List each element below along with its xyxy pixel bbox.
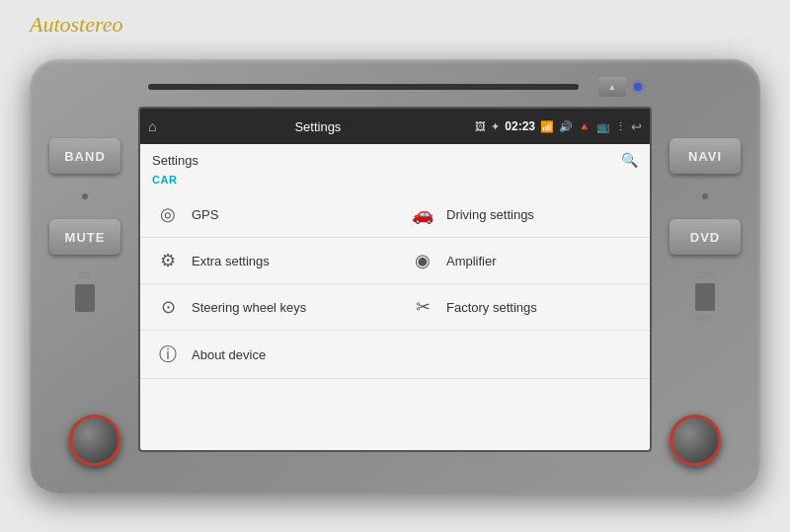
cd-slot-area: ▲	[148, 73, 642, 101]
search-icon[interactable]: 🔍	[621, 152, 638, 168]
clock: 02:23	[505, 119, 535, 133]
dvd-button[interactable]: DVD	[670, 219, 741, 255]
gps-area: GPS RST	[695, 270, 716, 324]
about-label: About device	[192, 347, 266, 362]
device-body: ▲ ⌂ Settings 🖼 ✦ 02:23 📶 🔊 🔺 📺 ⋮ ↩ Setti…	[30, 59, 760, 494]
amplifier-label: Amplifier	[446, 254, 497, 268]
home-icon[interactable]: ⌂	[148, 118, 156, 134]
bluetooth-icon: ✦	[491, 120, 500, 133]
factory-icon: ✂	[411, 296, 434, 318]
left-knob[interactable]	[69, 415, 120, 466]
more-icon[interactable]: ⋮	[615, 120, 626, 133]
about-icon: ⓘ	[156, 342, 180, 366]
settings-item-factory[interactable]: ✂ Factory settings	[395, 284, 650, 331]
driving-icon: 🚗	[411, 203, 434, 225]
battery-icon: 🔺	[578, 120, 592, 133]
mute-button[interactable]: MUTE	[49, 219, 120, 255]
right-knob[interactable]	[670, 415, 721, 466]
gps-area-label: GPS	[695, 270, 716, 280]
extra-settings-label: Extra settings	[192, 254, 270, 268]
navi-button[interactable]: NAVI	[670, 138, 741, 174]
band-button[interactable]: BAND	[49, 138, 120, 174]
gps-slot[interactable]	[695, 283, 715, 311]
volume-icon: 🔊	[559, 120, 573, 133]
settings-header: Settings 🔍	[140, 144, 650, 172]
image-icon: 🖼	[475, 120, 486, 132]
screen-icon: 📺	[596, 120, 610, 133]
back-icon[interactable]: ↩	[631, 119, 642, 134]
settings-list: ◎ GPS 🚗 Driving settings ⚙ Extra setting…	[140, 191, 650, 379]
main-screen: ⌂ Settings 🖼 ✦ 02:23 📶 🔊 🔺 📺 ⋮ ↩ Setting…	[138, 107, 652, 452]
section-label-car: CAR	[140, 172, 650, 191]
steering-icon: ⊙	[156, 296, 180, 318]
settings-page-title: Settings	[152, 153, 198, 168]
sd-label: SD	[78, 270, 92, 280]
cd-slot	[148, 84, 579, 90]
status-bar: ⌂ Settings 🖼 ✦ 02:23 📶 🔊 🔺 📺 ⋮ ↩	[140, 109, 650, 144]
led-indicator	[634, 83, 642, 91]
signal-icon: 📶	[540, 120, 554, 133]
watermark-logo: Autostereo	[30, 12, 123, 38]
left-panel: BAND MUTE SD	[41, 138, 128, 312]
amplifier-icon: ◉	[411, 250, 434, 271]
settings-item-driving[interactable]: 🚗 Driving settings	[395, 191, 650, 238]
right-panel: NAVI DVD GPS RST	[662, 138, 749, 324]
rst-label: RST	[696, 314, 714, 324]
sd-area: SD	[75, 270, 95, 312]
gps-label: GPS	[192, 207, 218, 222]
settings-item-amplifier[interactable]: ◉ Amplifier	[395, 238, 650, 284]
settings-item-extra[interactable]: ⚙ Extra settings	[140, 238, 395, 284]
settings-item-gps[interactable]: ◎ GPS	[140, 191, 395, 238]
mic-dot	[82, 193, 88, 199]
status-icons: 🖼 ✦ 02:23 📶 🔊 🔺 📺 ⋮ ↩	[475, 119, 642, 134]
right-mic-dot	[702, 193, 708, 199]
gps-icon: ◎	[156, 203, 180, 225]
settings-item-about[interactable]: ⓘ About device	[140, 331, 650, 379]
sd-slot[interactable]	[75, 284, 95, 312]
factory-label: Factory settings	[446, 300, 537, 315]
settings-content: Settings 🔍 CAR ◎ GPS 🚗 Driving settings …	[140, 144, 650, 450]
eject-button[interactable]: ▲	[598, 77, 626, 97]
driving-label: Driving settings	[446, 207, 534, 222]
settings-item-steering[interactable]: ⊙ Steering wheel keys	[140, 284, 395, 331]
screen-title: Settings	[166, 119, 469, 134]
steering-label: Steering wheel keys	[192, 300, 306, 315]
extra-settings-icon: ⚙	[156, 250, 180, 271]
